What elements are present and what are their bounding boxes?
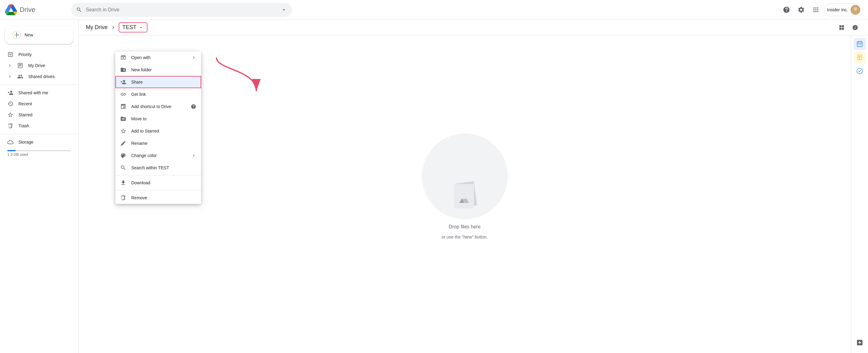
sidebar-label-shared-drives: Shared drives [28,74,55,79]
menu-label-move-to: Move to [131,116,147,121]
menu-label-add-shortcut: Add shortcut to Drive [131,104,172,109]
menu-item-open-with[interactable]: Open with [115,51,201,64]
svg-rect-7 [16,35,17,37]
sidebar-item-storage[interactable]: Storage [0,137,73,148]
storage-bar [7,150,71,151]
menu-label-change-color: Change color [131,153,157,158]
breadcrumb-bar: My Drive TEST [79,20,868,36]
download-icon [120,180,126,186]
logo-area: Drive [5,4,66,16]
menu-item-download[interactable]: Download [115,177,201,189]
menu-item-remove[interactable]: Remove [115,192,201,204]
starred-icon [7,112,13,118]
storage-used-label: 1.3 GB used [7,152,71,157]
menu-item-new-folder[interactable]: New folder [115,64,201,76]
svg-rect-13 [857,42,862,47]
account-button[interactable]: Insider Inc. [825,3,863,16]
right-panel [851,36,868,353]
right-panel-add-button[interactable] [854,337,865,348]
svg-rect-19 [860,44,861,45]
move-to-icon [120,116,126,122]
apps-button[interactable] [810,4,822,16]
sidebar-item-starred[interactable]: Starred [0,109,73,120]
menu-label-share: Share [131,80,143,84]
sidebar-item-my-drive[interactable]: My Drive [0,60,73,71]
sidebar-label-my-drive: My Drive [28,63,45,68]
storage-section: 1.3 GB used [0,148,78,161]
remove-icon [120,195,126,201]
menu-divider-1 [115,175,201,175]
share-icon [120,79,126,85]
chevron-right-icon [191,55,196,60]
rename-icon [120,140,126,146]
menu-label-remove: Remove [131,195,147,200]
menu-divider-2 [115,190,201,190]
menu-item-change-color[interactable]: Change color [115,149,201,162]
sidebar-label-storage: Storage [19,140,33,144]
link-icon [120,91,126,97]
calendar-panel-icon[interactable] [854,38,866,50]
shared-with-me-icon [7,90,13,96]
menu-item-get-link[interactable]: Get link [115,88,201,100]
sidebar-label-shared-with-me: Shared with me [19,90,48,95]
header: Drive Insider Inc. [0,0,868,20]
grid-view-button[interactable] [836,22,847,33]
context-menu: Open with New folder Share [115,51,201,204]
sidebar-label-trash: Trash [19,123,29,128]
menu-label-open-with: Open with [131,55,151,60]
recent-icon [7,101,13,107]
my-drive-icon [17,63,23,69]
sidebar-item-trash[interactable]: Trash [0,120,73,131]
svg-point-1 [854,7,857,11]
search-input[interactable] [86,7,277,12]
breadcrumb-current[interactable]: TEST [119,22,148,32]
sidebar-item-recent[interactable]: Recent [0,98,73,109]
breadcrumb-parent[interactable]: My Drive [86,24,107,31]
menu-item-rename[interactable]: Rename [115,137,201,149]
svg-point-21 [859,59,860,60]
sidebar-item-shared-with-me[interactable]: Shared with me [0,87,73,98]
menu-label-new-folder: New folder [131,67,152,72]
settings-button[interactable] [795,4,807,16]
shortcut-icon [120,104,126,110]
breadcrumb-dropdown-icon [138,25,144,30]
star-icon [120,128,126,134]
svg-rect-6 [16,32,17,35]
help-button[interactable] [780,4,793,16]
svg-rect-18 [860,44,860,45]
priority-icon [7,51,13,58]
breadcrumb-current-text: TEST [122,24,136,31]
menu-item-share[interactable]: Share [115,76,201,88]
search-bar[interactable] [71,3,292,17]
drop-files-icon [446,176,483,213]
search-within-icon [120,165,126,171]
sidebar-item-priority[interactable]: Priority [0,49,73,60]
tasks-panel-icon[interactable] [854,65,866,77]
account-name: Insider Inc. [827,7,848,12]
search-dropdown-icon[interactable] [281,7,287,13]
sidebar-label-starred: Starred [19,112,32,117]
keep-panel-icon[interactable] [854,51,866,64]
view-toggle [836,22,861,33]
svg-rect-14 [858,41,859,42]
menu-item-add-starred[interactable]: Add to Starred [115,125,201,137]
svg-rect-11 [454,184,474,209]
menu-item-move-to[interactable]: Move to [115,113,201,125]
sidebar-divider-1 [0,84,78,85]
new-button[interactable]: New [5,26,73,44]
new-button-label: New [25,32,33,37]
help-circle-icon [191,104,196,109]
logo-text: Drive [20,6,35,14]
info-button[interactable] [849,22,861,33]
drop-icon-container [422,134,508,219]
expand-icon [7,63,12,68]
sidebar-label-priority: Priority [19,52,32,57]
sidebar-label-recent: Recent [19,101,32,106]
menu-item-search-within[interactable]: Search within TEST [115,162,201,174]
sidebar-item-shared-drives[interactable]: Shared drives [0,71,73,82]
menu-label-search-within: Search within TEST [131,165,169,170]
palette-icon [120,152,126,158]
trash-icon [7,123,13,129]
color-chevron-icon [191,153,196,158]
menu-item-add-shortcut[interactable]: Add shortcut to Drive [115,100,201,113]
